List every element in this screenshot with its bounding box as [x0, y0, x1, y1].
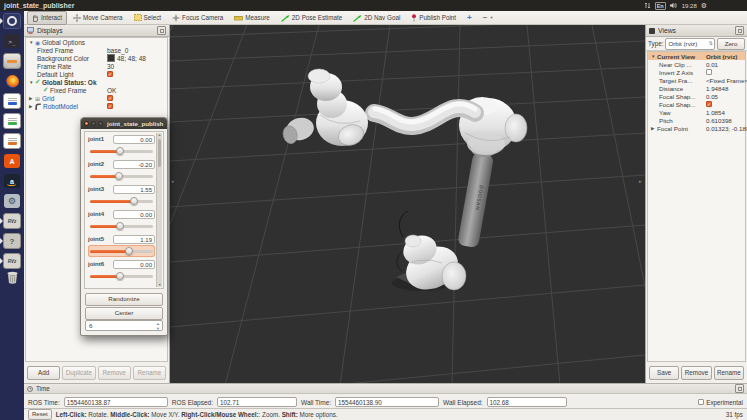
slider-handle[interactable] — [125, 247, 133, 255]
tool-2d-nav-goal[interactable]: 2D Nav Goal — [348, 11, 405, 25]
panel-float-button[interactable] — [735, 26, 744, 35]
fixed-frame-value[interactable]: base_0 — [107, 47, 128, 54]
zero-button[interactable]: Zero — [717, 38, 745, 50]
wall-elapsed-field[interactable]: 102.68 — [487, 397, 567, 407]
tree-row-current-view[interactable]: ▼ Current View Orbit (rviz) — [648, 52, 745, 60]
views-panel-header[interactable]: Views — [646, 25, 747, 37]
tool-measure[interactable]: Measure — [229, 11, 275, 25]
volume-icon[interactable] — [670, 2, 678, 9]
joint-count-spinbox[interactable]: 6▲▼ — [85, 320, 163, 331]
tree-row-global-options[interactable]: ▼ ◉ Global Options — [26, 38, 167, 46]
tree-row-default-light[interactable]: Default Light — [26, 70, 167, 78]
duplicate-display-button[interactable]: Duplicate — [62, 366, 95, 380]
tool-select[interactable]: Select — [129, 11, 167, 25]
invert-z-checkbox[interactable] — [706, 69, 712, 75]
joint-slider[interactable] — [88, 220, 155, 232]
target-frame-value[interactable]: <Fixed Frame> — [706, 77, 747, 84]
close-icon[interactable] — [84, 121, 89, 126]
ros-elapsed-field[interactable]: 102.71 — [217, 397, 297, 407]
tree-row-frame-rate[interactable]: Frame Rate 30 — [26, 62, 167, 70]
joint-value-field[interactable]: 1.19 — [113, 235, 155, 244]
experimental-toggle[interactable]: Experimental — [698, 399, 743, 406]
clock[interactable]: 19:28 — [682, 3, 697, 9]
launcher-item-settings[interactable]: ⚙ — [0, 191, 24, 211]
launcher-item-terminal[interactable]: >_ — [0, 31, 24, 51]
dialog-scrollbar[interactable]: ▲▼ — [156, 133, 162, 287]
focal-shape-checkbox[interactable] — [706, 101, 712, 107]
tool-publish-point[interactable]: Publish Point — [406, 11, 461, 25]
tree-row-global-status[interactable]: ▼ ✓ Global Status: Ok — [26, 78, 167, 86]
launcher-item-writer[interactable] — [0, 91, 24, 111]
joint-slider-active[interactable] — [88, 245, 155, 257]
joint-value-field[interactable]: 0.00 — [113, 210, 155, 219]
joint-value-field[interactable]: 0.00 — [113, 260, 155, 269]
tree-row-focal-shape-fixed[interactable]: Focal Shap... — [648, 100, 745, 108]
slider-handle[interactable] — [116, 147, 124, 155]
tree-row-near-clip[interactable]: Near Clip ... 0.01 — [648, 60, 745, 68]
experimental-checkbox[interactable] — [698, 399, 704, 405]
tool-interact[interactable]: Interact — [27, 11, 67, 25]
robot-model-enabled-checkbox[interactable] — [107, 103, 113, 109]
tree-row-grid[interactable]: ▶ ⊞ Grid — [26, 94, 167, 102]
splitter-handle-right[interactable]: ▸ — [639, 178, 642, 184]
render-viewport-3d[interactable]: DOOSAN — [170, 25, 645, 383]
add-tool-button[interactable]: + — [462, 11, 477, 25]
joint-state-publisher-dialog[interactable]: joint_state_publish joint10.00 joint2-0.… — [80, 117, 168, 336]
launcher-item-unknown[interactable]: ? — [0, 231, 24, 251]
remove-tool-button[interactable]: −▼ — [478, 11, 499, 25]
tree-row-yaw[interactable]: Yaw 1.0854 — [648, 108, 745, 116]
distance-value[interactable]: 1.94848 — [706, 85, 728, 92]
slider-handle[interactable] — [116, 272, 124, 280]
slider-handle[interactable] — [116, 222, 124, 230]
tree-row-focal-shape-size[interactable]: Focal Shap... 0.05 — [648, 92, 745, 100]
tree-row-background-color[interactable]: Background Color 48; 48; 48 — [26, 54, 167, 62]
dialog-titlebar[interactable]: joint_state_publish — [81, 118, 167, 129]
tool-focus-camera[interactable]: Focus Camera — [167, 11, 228, 25]
default-light-checkbox[interactable] — [107, 71, 113, 77]
pitch-value[interactable]: 0.610398 — [706, 117, 732, 124]
rename-view-button[interactable]: Rename — [714, 366, 744, 380]
launcher-item-rviz-app[interactable] — [0, 11, 24, 31]
remove-display-button[interactable]: Remove — [98, 366, 131, 380]
near-clip-value[interactable]: 0.01 — [706, 61, 718, 68]
grid-enabled-checkbox[interactable] — [107, 95, 113, 101]
maximize-icon[interactable] — [98, 121, 103, 126]
tree-row-target-frame[interactable]: Target Fra... <Fixed Frame> — [648, 76, 745, 84]
launcher-item-rviz-1[interactable]: RVz — [0, 211, 24, 231]
joint-slider[interactable] — [88, 195, 155, 207]
yaw-value[interactable]: 1.0854 — [706, 109, 725, 116]
rename-display-button[interactable]: Rename — [133, 366, 166, 380]
view-type-combo[interactable]: Orbit (rviz)⇅ — [665, 38, 715, 50]
joint-slider[interactable] — [88, 270, 155, 282]
reset-button[interactable]: Reset — [28, 409, 52, 420]
launcher-item-amazon[interactable]: a — [0, 171, 24, 191]
focal-point-value[interactable]: 0.01323; -0.1880... — [706, 125, 747, 132]
ros-time-field[interactable]: 1554460138.87 — [64, 397, 168, 407]
joint-slider[interactable] — [88, 170, 155, 182]
background-color-value[interactable]: 48; 48; 48 — [117, 55, 146, 62]
joint-slider[interactable] — [88, 145, 155, 157]
minimize-icon[interactable] — [91, 121, 96, 126]
joint-value-field[interactable]: 1.55 — [113, 185, 155, 194]
save-view-button[interactable]: Save — [649, 366, 679, 380]
launcher-item-impress[interactable] — [0, 131, 24, 151]
splitter-handle-left[interactable]: ◂ — [171, 178, 174, 184]
slider-handle[interactable] — [115, 172, 123, 180]
tree-row-pitch[interactable]: Pitch 0.610398 — [648, 116, 745, 124]
launcher-item-firefox[interactable] — [0, 71, 24, 91]
frame-rate-value[interactable]: 30 — [107, 63, 114, 70]
combo-spinner-icon[interactable]: ⇅ — [709, 39, 713, 48]
tool-move-camera[interactable]: Move Camera — [68, 11, 128, 25]
add-display-button[interactable]: Add — [27, 366, 60, 380]
joint-value-field[interactable]: -0.20 — [113, 160, 155, 169]
panel-float-button[interactable] — [157, 26, 166, 35]
wall-time-field[interactable]: 1554460138.90 — [335, 397, 439, 407]
slider-handle[interactable] — [130, 197, 138, 205]
spinner-arrows-icon[interactable]: ▲▼ — [156, 321, 160, 331]
session-gear-icon[interactable]: ⚙ — [701, 2, 707, 10]
joint-value-field[interactable]: 0.00 — [113, 135, 155, 144]
tool-2d-pose-estimate[interactable]: 2D Pose Estimate — [276, 11, 347, 25]
launcher-item-files[interactable] — [0, 51, 24, 71]
tree-row-invert-z[interactable]: Invert Z Axis — [648, 68, 745, 76]
center-button[interactable]: Center — [85, 307, 163, 320]
